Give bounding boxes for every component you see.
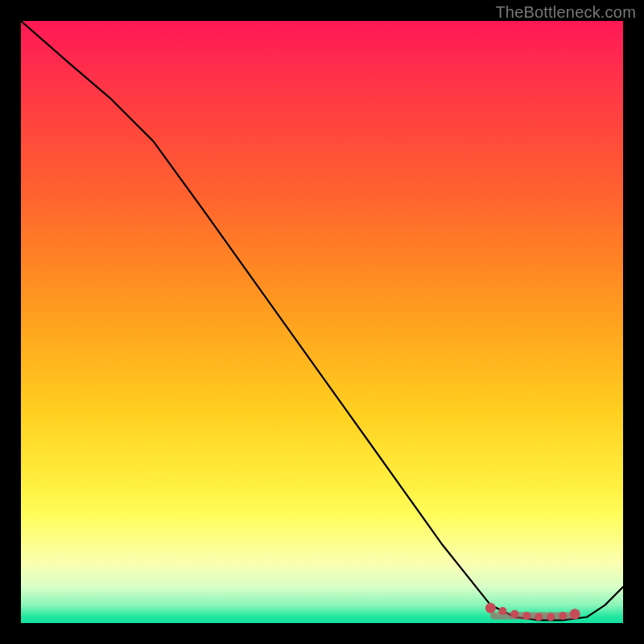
marker-dot xyxy=(535,613,543,621)
marker-dot xyxy=(522,612,530,620)
marker-dots xyxy=(485,603,580,621)
chart-svg xyxy=(21,21,623,623)
marker-endcap xyxy=(485,603,496,613)
plot-area xyxy=(21,21,623,623)
watermark-text: TheBottleneck.com xyxy=(495,3,636,22)
marker-endcap xyxy=(570,609,580,619)
chart-stage: TheBottleneck.com xyxy=(0,0,644,644)
bottleneck-curve xyxy=(21,21,623,620)
marker-dot xyxy=(547,613,555,621)
marker-dot xyxy=(498,607,506,615)
marker-dot xyxy=(559,612,567,620)
curve-line xyxy=(21,21,623,620)
marker-dot xyxy=(510,610,518,618)
